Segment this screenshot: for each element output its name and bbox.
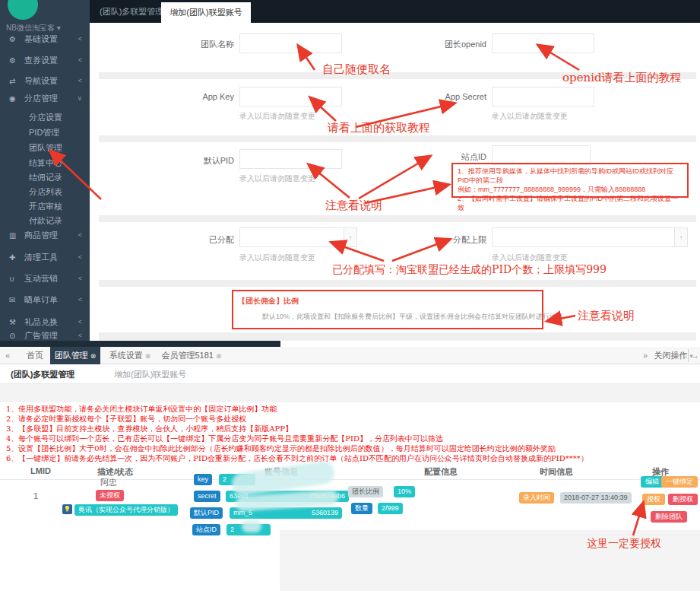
site-note-line3: 2、【如同时需手工设置】请确保手工设置的PID中的第二段和此项设置一致 (458, 194, 683, 212)
app-secret-input[interactable] (492, 87, 594, 106)
wtab-home[interactable]: 首页 (20, 347, 50, 364)
close-icon[interactable]: ⊗ (145, 352, 151, 360)
chevron-left-icon: < (78, 318, 82, 326)
delete-auth-button[interactable]: 删授权 (668, 494, 698, 505)
status-badge-unauthorized: 未授权 (96, 490, 124, 501)
team-name-label: 团队名称 (181, 39, 234, 50)
secret-label-badge: secret (194, 491, 220, 502)
plugin-icon: 💡 (62, 504, 72, 514)
sidebar-item-label: 礼品兑换 (24, 316, 58, 328)
entry-time-value-badge: 2018-07-27 13:40:39 (560, 492, 632, 504)
limit-input[interactable] (493, 228, 687, 246)
site-note-line1: 1、推荐使用导购媒体，从媒体中找到所需的导购ID或网站ID或找到对应PID中的第… (458, 167, 683, 185)
sign-out-icon[interactable]: → (691, 347, 699, 364)
sidebar-item-label: 查券设置 (24, 55, 58, 66)
sidebar-item-share-orders[interactable]: ✉晒单订单< (0, 291, 90, 308)
sidebar-item-clean-tools[interactable]: ✚清理工具< (0, 249, 90, 265)
allocated-input[interactable] (240, 228, 356, 246)
notice-line-6: 6、【一键绑定】前请务必先结算一次，因为不同账户，PID会重新分配，店长会看不到… (6, 453, 588, 464)
one-key-bind-button[interactable]: 一键绑定 (661, 476, 698, 488)
workspace-subtabs: (团队)多联盟管理 增加(团队)联盟账号 (0, 364, 700, 384)
sidebar-item-interactive-marketing[interactable]: ∪互动营销< (0, 270, 90, 287)
tab-add-union-account[interactable]: 增加(团队)联盟账号 (161, 2, 251, 23)
site-note-line2: 例如：mm_7777777_88888888_999999，只需输入888888… (458, 185, 683, 194)
spinner-up-icon[interactable]: ↑ (344, 228, 356, 246)
eye-icon: ⊙ (9, 332, 21, 340)
grid-icon: ▥ (9, 231, 21, 240)
sidebar-item-ad-manage[interactable]: ⊙广告管理< (0, 327, 90, 344)
sidebar-subitem-settle-center[interactable]: 结算中心 (0, 155, 90, 170)
openid-input[interactable] (492, 33, 594, 53)
subitem-label: PID管理 (29, 127, 59, 138)
chevron-left-icon: < (78, 332, 82, 339)
limit-label: 分配上限 (433, 234, 486, 246)
allocated-hint: 录入以后请勿随意变更 (239, 253, 315, 263)
app-key-hint: 录入以后请勿随意变更 (239, 111, 315, 122)
chevron-down-icon: ∨ (77, 94, 82, 102)
sidebar-subitem-team-manage[interactable]: 团队管理 (0, 140, 90, 155)
censor-smudge (242, 520, 261, 532)
subtab-add-union-account[interactable]: 增加(团队)联盟账号 (114, 364, 186, 384)
default-pid-label: 默认PID (181, 155, 234, 167)
site-id-label-badge: 站点ID (192, 524, 220, 535)
sidebar-subitem-pid-manage[interactable]: PID管理 (0, 125, 90, 140)
edit-button[interactable]: 编辑 (641, 476, 664, 488)
sidebar: NB微信淘宝客 ▾ ⚙基础设置< ⚙查券设置< ⇄导航设置< ◉分店管理∨ 分店… (0, 0, 90, 341)
allocated-label: 已分配 (181, 234, 234, 246)
limit-stepper[interactable]: ↑ (492, 227, 688, 247)
exchange-icon: ⇄ (9, 77, 21, 85)
notice-line-5: 5、设置【团长比例】大于0时，会在佣金中扣除此比例部分（店长约赚和顾客约定显示的… (6, 443, 556, 454)
sidebar-item-coupon-settings[interactable]: ⚙查券设置< (0, 52, 90, 68)
sidebar-item-basic-settings[interactable]: ⚙基础设置< (0, 30, 90, 47)
sidebar-item-nav-settings[interactable]: ⇄导航设置< (0, 72, 90, 89)
wtab-system-settings[interactable]: 系统设置⊗ (105, 347, 155, 364)
subtab-multi-union-manage[interactable]: (团队)多联盟管理 (11, 364, 74, 384)
wtab-team-manage[interactable]: 团队管理⊗ (50, 347, 100, 364)
team-name-input[interactable] (239, 33, 342, 53)
allocated-stepper[interactable]: ↑ (239, 227, 357, 247)
delete-team-button[interactable]: 删除团队 (651, 511, 687, 523)
entry-time-label-badge: 录入时间 (519, 492, 554, 504)
avatar[interactable] (8, 0, 38, 20)
chevron-left-icon: < (78, 253, 82, 261)
tabs-forward-icon[interactable]: » (643, 347, 648, 364)
notice-line-4: 4、每个账号可以绑到一个店长，已有店长可以【一键绑定】下属分店变为同子账号且需要… (6, 434, 443, 444)
spinner-up-icon[interactable]: ↑ (674, 228, 687, 246)
sidebar-subitem-branch-list[interactable]: 分店列表 (0, 184, 90, 199)
commission-hint: 默认10%，此项设置和【扣除服务费后比例】平级，设置团长佣金比例会在结算对应团队… (262, 312, 563, 322)
subitem-label: 分店列表 (29, 186, 62, 198)
sidebar-subitem-open-audit[interactable]: 开店审核 (0, 199, 90, 214)
sidebar-subitem-branch-settings[interactable]: 分店设置 (0, 110, 90, 125)
default-pid-input[interactable] (239, 149, 342, 169)
sidebar-subitem-payment-records[interactable]: 付款记录 (0, 213, 90, 228)
sidebar-item-label: 互动营销 (24, 273, 58, 284)
col-header-config-info: 配置信息 (424, 466, 458, 478)
sidebar-subitem-commission-records[interactable]: 结佣记录 (0, 170, 90, 185)
subitem-label: 开店审核 (29, 201, 62, 212)
authorize-button[interactable]: 授权 (642, 494, 665, 505)
close-icon[interactable]: ⊗ (216, 352, 222, 360)
commission-label: 【团长佣金】比例 (238, 296, 299, 307)
subitem-label: 团队管理 (29, 142, 62, 154)
close-icon[interactable]: ⊗ (90, 352, 97, 360)
app-key-label: App Key (181, 92, 234, 101)
annotation-pid: 注意看说明 (325, 199, 382, 213)
subitem-label: 结佣记录 (29, 172, 62, 183)
wtab-label: 首页 (27, 351, 43, 360)
wtab-label: 团队管理 (55, 351, 88, 360)
app-key-input[interactable] (239, 87, 342, 106)
plus-icon: ✚ (9, 253, 21, 262)
sidebar-item-label: 晒单订单 (24, 294, 58, 306)
subitem-label: 结算中心 (29, 157, 62, 169)
page: (团队)多联盟管理 增加(团队)联盟账号 NB微信淘宝客 ▾ ⚙基础设置< ⚙查… (0, 0, 700, 591)
wtab-member-manage[interactable]: 会员管理5181⊗ (158, 347, 225, 364)
chevron-left-icon: < (78, 296, 82, 303)
tabs-rewind-icon[interactable]: « (5, 347, 10, 364)
sidebar-item-branch-manage[interactable]: ◉分店管理∨ (0, 90, 90, 106)
tab-multi-union-manage[interactable]: (团队)多联盟管理 (100, 0, 163, 23)
chevron-left-icon: < (78, 231, 82, 239)
notice-line-1: 1、使用多联盟功能，请务必关闭主模块订单返利设置中的【固定订单比例】功能 (6, 404, 277, 415)
col-header-time-info: 时间信息 (540, 466, 573, 478)
openid-label: 团长openid (433, 39, 486, 50)
sidebar-item-goods-manage[interactable]: ▥商品管理< (0, 227, 90, 243)
